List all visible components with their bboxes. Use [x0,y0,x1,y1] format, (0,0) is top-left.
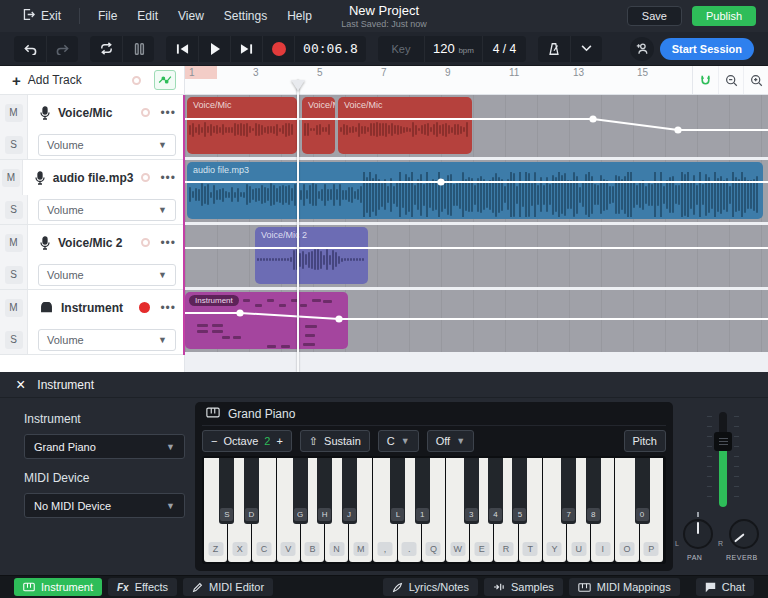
skip-to-start-button[interactable] [166,36,198,62]
tab-midi-mappings[interactable]: MIDI Mappings [569,578,680,596]
record-button[interactable] [262,36,294,62]
bpm-display[interactable]: 120 bpm [424,36,482,62]
track-name[interactable]: Voice/Mic [58,106,112,120]
publish-button[interactable]: Publish [692,6,756,26]
record-arm-indicator[interactable] [141,108,150,117]
mute-button[interactable]: M [5,104,23,122]
track-name[interactable]: Instrument [61,301,123,315]
track-name[interactable]: Voice/Mic 2 [58,236,122,250]
track-name[interactable]: audio file.mp3 [53,171,134,185]
octave-up-button[interactable]: + [276,435,282,447]
snap-magnet-button[interactable] [693,66,718,94]
volume-select[interactable]: Volume▼ [38,264,176,286]
playhead-handle[interactable] [291,80,305,91]
close-icon[interactable]: × [16,377,25,393]
more-options-icon[interactable]: ••• [160,171,176,185]
tab-chat[interactable]: Chat [696,578,754,596]
pan-knob[interactable] [683,519,713,549]
record-arm-indicator[interactable] [141,173,150,182]
start-session-button[interactable]: Start Session [660,38,754,60]
menu-file[interactable]: File [88,0,127,32]
record-arm-indicator[interactable] [141,238,150,247]
zoom-out-button[interactable] [718,66,743,94]
tab-lyrics-notes[interactable]: Lyrics/Notes [383,578,478,596]
volume-select[interactable]: Volume▼ [38,329,176,351]
timeline-ruler[interactable]: 13579111315 [185,66,768,95]
menu-edit[interactable]: Edit [127,0,168,32]
save-button[interactable]: Save [627,6,682,26]
black-key-3[interactable]: 3 [464,458,479,524]
solo-button[interactable]: S [5,266,23,284]
clip[interactable]: Voice/Mic [187,97,297,154]
clip[interactable]: Instrument [185,292,348,349]
more-options-icon[interactable]: ••• [160,106,176,120]
play-button[interactable] [198,36,230,62]
clip[interactable]: Voice/Mic 2 [255,227,368,284]
track-lane-2[interactable]: audio file.mp3 [185,160,768,222]
tab-samples[interactable]: Samples [484,578,563,596]
black-key-1[interactable]: 1 [415,458,430,524]
octave-control[interactable]: − Octave 2 + [202,430,292,452]
playhead[interactable] [297,80,299,372]
volume-select[interactable]: Volume▼ [38,199,176,221]
tab-effects[interactable]: FxEffects [108,578,177,596]
undo-button[interactable] [14,36,46,62]
solo-button[interactable]: S [5,136,23,154]
black-key-5[interactable]: 5 [512,458,527,524]
midi-device-select[interactable]: No MIDI Device▼ [24,493,185,518]
black-key-J[interactable]: J [342,458,357,524]
zoom-in-button[interactable] [743,66,768,94]
tab-instrument[interactable]: Instrument [14,578,102,596]
automation-toggle-button[interactable] [154,70,176,90]
record-arm-indicator[interactable] [139,302,150,313]
skip-to-end-button[interactable] [230,36,262,62]
octave-down-button[interactable]: − [211,435,217,447]
black-key-4[interactable]: 4 [488,458,503,524]
mute-button[interactable]: M [2,169,20,187]
black-key-L[interactable]: L [390,458,405,524]
tab-midi-editor[interactable]: MIDI Editor [183,578,273,596]
black-key-D[interactable]: D [244,458,259,524]
black-key-7[interactable]: 7 [561,458,576,524]
reverb-knob[interactable] [729,519,759,549]
menu-help[interactable]: Help [277,0,322,32]
instrument-select[interactable]: Grand Piano▼ [24,434,185,459]
key-select[interactable]: C▼ [378,430,419,452]
menu-settings[interactable]: Settings [214,0,277,32]
mute-button[interactable]: M [5,234,23,252]
volume-select[interactable]: Volume▼ [38,134,176,156]
metronome-chevron-icon[interactable] [570,36,602,62]
project-title[interactable]: New Project [341,3,427,18]
menu-view[interactable]: View [168,0,214,32]
timeline[interactable]: 13579111315 Voice/MicVoice/MicVoice/Mica… [185,66,768,372]
clip[interactable]: Voice/Mic [302,97,335,154]
time-signature[interactable]: 4 / 4 [482,36,526,62]
redo-button[interactable] [46,36,78,62]
add-track-button[interactable]: + Add Track [0,66,184,95]
track-lane-3[interactable]: Voice/Mic 2 [185,225,768,287]
key-selector[interactable]: Key [378,43,424,55]
black-key-8[interactable]: 8 [586,458,601,524]
track-lane-1[interactable]: Voice/MicVoice/MicVoice/Mic [185,95,768,157]
clip[interactable]: Voice/Mic [338,97,472,154]
split-regions-icon[interactable] [122,36,154,62]
mute-button[interactable]: M [5,299,23,317]
more-options-icon[interactable]: ••• [160,301,176,315]
metronome-icon[interactable] [538,36,570,62]
more-options-icon[interactable]: ••• [160,236,176,250]
sustain-button[interactable]: ⇧ Sustain [300,430,370,452]
exit-button[interactable]: Exit [12,0,71,32]
volume-fader-handle[interactable] [714,432,732,451]
black-key-S[interactable]: S [219,458,234,524]
clip[interactable]: audio file.mp3 [187,162,763,219]
pitch-button[interactable]: Pitch [624,430,666,452]
black-key-0[interactable]: 0 [635,458,650,524]
solo-button[interactable]: S [5,331,23,349]
track-lane-4[interactable]: Instrument [185,290,768,352]
add-collaborator-button[interactable] [630,37,654,61]
black-key-H[interactable]: H [317,458,332,524]
loop-icon[interactable] [90,36,122,62]
black-key-G[interactable]: G [293,458,308,524]
solo-button[interactable]: S [5,201,23,219]
arpeggiator-select[interactable]: Off▼ [427,430,474,452]
